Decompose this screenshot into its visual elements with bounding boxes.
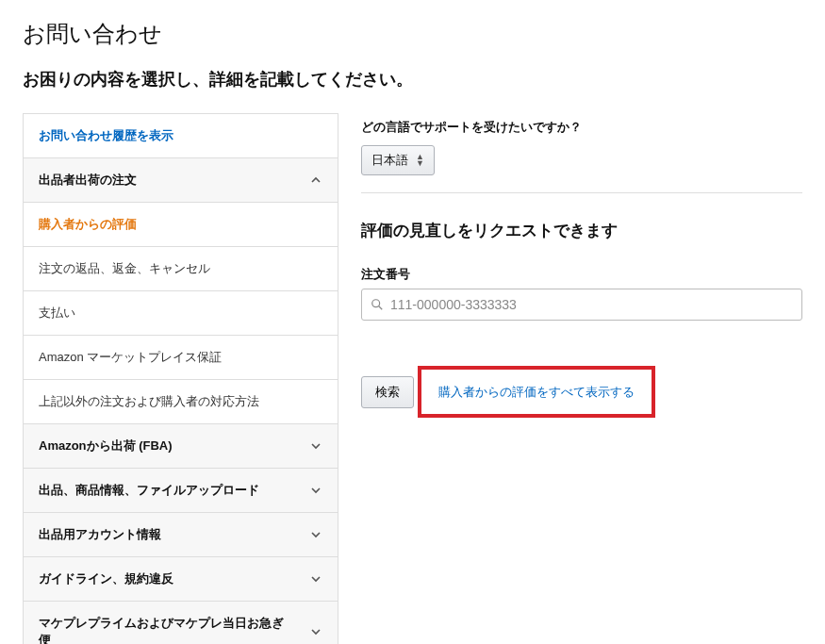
layout: お問い合わせ履歴を表示 出品者出荷の注文 購入者からの評価 注文の返品、返金、キ…	[23, 113, 802, 644]
sidebar-item-returns-refunds[interactable]: 注文の返品、返金、キャンセル	[24, 247, 338, 291]
sidebar-section-fba[interactable]: Amazonから出荷 (FBA)	[24, 424, 338, 469]
chevron-down-icon	[309, 528, 322, 541]
sidebar-section-listings[interactable]: 出品、商品情報、ファイルアップロード	[24, 469, 338, 513]
main-content: どの言語でサポートを受けたいですか？ 日本語 ▲▼ 評価の見直しをリクエストでき…	[361, 113, 802, 644]
search-button[interactable]: 検索	[361, 376, 414, 408]
sidebar-section-label: マケプレプライムおよびマケプレ当日お急ぎ便	[39, 615, 284, 644]
highlight-box: 購入者からの評価をすべて表示する	[418, 366, 655, 418]
sidebar-item-az-guarantee[interactable]: Amazon マーケットプレイス保証	[24, 336, 338, 380]
section-title: 評価の見直しをリクエストできます	[361, 220, 802, 241]
divider	[361, 192, 802, 193]
language-row: どの言語でサポートを受けたいですか？ 日本語 ▲▼	[361, 119, 802, 175]
chevron-up-icon	[309, 173, 322, 187]
order-number-label: 注文番号	[361, 266, 802, 283]
sidebar-section-label: ガイドライン、規約違反	[39, 570, 173, 587]
sidebar-section-label: 出品、商品情報、ファイルアップロード	[39, 482, 259, 499]
order-number-input[interactable]	[361, 289, 802, 321]
order-input-wrap	[361, 289, 802, 321]
chevron-down-icon	[309, 484, 322, 497]
sidebar-section-label: 出品者出荷の注文	[39, 172, 137, 189]
sidebar-section-policy[interactable]: ガイドライン、規約違反	[24, 557, 338, 602]
page-title: お問い合わせ	[23, 19, 802, 49]
sidebar-section-account[interactable]: 出品用アカウント情報	[24, 513, 338, 557]
sidebar-section-label: Amazonから出荷 (FBA)	[39, 438, 173, 454]
view-all-feedback-link[interactable]: 購入者からの評価をすべて表示する	[438, 385, 635, 399]
language-select[interactable]: 日本語 ▲▼	[361, 145, 435, 175]
view-history-link[interactable]: お問い合わせ履歴を表示	[24, 114, 338, 158]
chevron-down-icon	[309, 439, 322, 453]
page-subtitle: お困りの内容を選択し、詳細を記載してください。	[23, 68, 802, 91]
sidebar-item-buyer-feedback[interactable]: 購入者からの評価	[24, 203, 338, 247]
sidebar-section-seller-fulfilled[interactable]: 出品者出荷の注文	[24, 158, 338, 203]
sidebar-item-payments[interactable]: 支払い	[24, 291, 338, 336]
sidebar-item-other-order-issues[interactable]: 上記以外の注文および購入者の対応方法	[24, 380, 338, 424]
language-label: どの言語でサポートを受けたいですか？	[361, 119, 802, 136]
sidebar-section-prime[interactable]: マケプレプライムおよびマケプレ当日お急ぎ便	[24, 602, 338, 644]
sidebar: お問い合わせ履歴を表示 出品者出荷の注文 購入者からの評価 注文の返品、返金、キ…	[23, 113, 338, 644]
chevron-down-icon	[309, 625, 322, 638]
select-arrows-icon: ▲▼	[416, 154, 424, 167]
sidebar-section-label: 出品用アカウント情報	[39, 526, 161, 543]
chevron-down-icon	[309, 572, 322, 586]
language-value: 日本語	[371, 152, 408, 169]
